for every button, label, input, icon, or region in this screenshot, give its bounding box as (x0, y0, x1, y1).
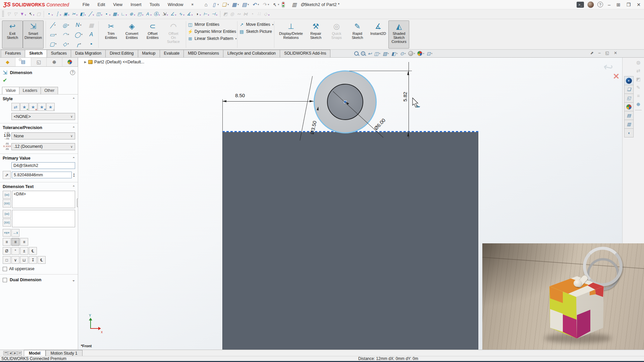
convert-entities-icon[interactable]: ◧ (79, 11, 87, 17)
divider[interactable] (44, 11, 44, 17)
ellipse-icon[interactable]: ◯ (72, 30, 85, 39)
close-icon[interactable]: ✕ (635, 2, 642, 7)
dual-dimension-checkbox[interactable] (3, 278, 7, 282)
trim-entities-button[interactable]: ✂ TrimEntities (101, 20, 121, 49)
pin-icon[interactable]: ✦ (190, 1, 196, 8)
smart-dimension-icon[interactable]: ⇲ (161, 11, 169, 17)
degree-symbol-button[interactable]: ° (11, 247, 19, 255)
panel-tab[interactable]: Value (2, 87, 19, 94)
rectangle-icon[interactable]: ▭ (47, 30, 59, 39)
command-tab[interactable]: Sketch (25, 50, 47, 57)
countersink-symbol-button[interactable]: ∨ (11, 256, 19, 264)
menu-item[interactable]: Insert (126, 1, 146, 8)
zoom-fit-icon[interactable] (354, 51, 359, 56)
collapse-chevron-icon[interactable]: ⌃ (72, 97, 75, 101)
dimxpert-manager-tab[interactable]: ⊕ (47, 58, 62, 66)
apply-scene-icon[interactable] (417, 51, 425, 56)
last-tab-icon[interactable]: ⏭ (17, 351, 22, 355)
expander-icon[interactable]: ▶ (84, 60, 87, 64)
dimension-text-input[interactable]: <DIM> (12, 191, 75, 208)
view-orientation-icon[interactable]: ▧ (382, 51, 390, 56)
centerline-icon[interactable]: ┆ (54, 11, 62, 17)
display-style-icon[interactable]: ◧ (391, 51, 398, 56)
data-icon[interactable]: ≡ (637, 93, 640, 99)
menu-item[interactable]: File (78, 1, 94, 8)
polyline-icon[interactable]: ∟ (120, 11, 128, 17)
origin-icon[interactable]: ⊕ (128, 11, 136, 17)
threedexperience-tab-icon[interactable]: ▸ (624, 76, 634, 85)
restore-icon[interactable]: ❐ (625, 2, 632, 7)
menu-item[interactable]: Edit (94, 1, 109, 8)
add-parenthesis-icon[interactable]: (xx) (3, 191, 11, 199)
offset-icon[interactable]: ◰ (137, 11, 144, 17)
section-view-icon[interactable]: ◑ (194, 11, 202, 17)
precision-dropdown[interactable]: .12 (Document)∨ (11, 143, 75, 150)
spline-icon[interactable]: ∿ (177, 11, 185, 17)
confirmation-corner-exit-icon[interactable]: ↪ (602, 59, 614, 74)
doc-restore-icon[interactable]: ◱ (605, 51, 609, 55)
doc-minimize-icon[interactable]: – (598, 51, 601, 55)
slot-icon[interactable]: ▢ (47, 39, 59, 49)
command-tab[interactable]: SOLIDWORKS Add-Ins (280, 50, 330, 57)
exit-sketch-button[interactable]: ↩ ExitSketch (2, 20, 23, 49)
tolerance-dropdown[interactable]: None∨ (11, 132, 75, 139)
spinner-down-icon[interactable]: ▼ (73, 175, 75, 177)
add-parenthesis-icon[interactable]: (xx) (3, 210, 11, 218)
sketch-pattern-icon[interactable]: ▦ (85, 20, 98, 30)
feature-manager-tab[interactable]: ◆ (0, 58, 15, 66)
revolve-icon[interactable]: ◎ (229, 11, 235, 17)
hide-show-items-icon[interactable]: ⊙ (399, 51, 406, 56)
slot-symbol-button[interactable]: ⊔ (20, 256, 28, 264)
all-uppercase-checkbox[interactable] (3, 267, 7, 271)
first-tab-icon[interactable]: ⏮ (3, 351, 8, 355)
design-library-tab-icon[interactable]: ▥ (624, 120, 634, 129)
repair-sketch-button[interactable]: ⚒ RepairSketch (305, 20, 326, 49)
ok-checkmark-button[interactable]: ✔ (3, 77, 7, 83)
panel-tab[interactable]: Leaders (19, 87, 41, 94)
spinner-up-icon[interactable]: ▲ (73, 173, 75, 175)
display-manager-tab[interactable] (62, 58, 78, 66)
justify-right-button[interactable]: ≡ (20, 238, 28, 246)
templates-tab-icon[interactable]: ◱ (624, 94, 634, 103)
new-document-icon[interactable]: ▯ (210, 1, 220, 8)
mirror-icon[interactable]: ◫ (95, 11, 103, 17)
command-tab[interactable]: Evaluate (160, 50, 184, 57)
note-icon[interactable]: Ⓐ (153, 11, 161, 17)
home-icon[interactable]: ⌂ (202, 1, 210, 8)
property-manager-tab[interactable]: ▤ (15, 58, 31, 66)
minimize-icon[interactable]: – (606, 2, 612, 7)
sweep-icon[interactable]: ∾ (236, 11, 242, 17)
command-tab[interactable]: MBD Dimensions (183, 50, 223, 57)
selection-filter-icon[interactable]: ▼ (19, 11, 27, 17)
extrude-boss-icon[interactable]: ◩ (222, 11, 228, 17)
square-symbol-button[interactable]: □ (3, 256, 11, 264)
depth-symbol-button[interactable]: ↧ (29, 256, 37, 264)
open-document-icon[interactable]: ❏ (220, 1, 230, 8)
section-view-icon[interactable]: ◫ (373, 51, 381, 56)
diameter-symbol-button[interactable]: Ø (3, 247, 11, 255)
span-displays-icon[interactable]: ⊞ (615, 2, 622, 7)
sketch-fillet-icon[interactable]: ╭ (72, 39, 85, 49)
justify-left-button[interactable]: ≡ (3, 238, 11, 246)
appearances-tab-icon[interactable] (624, 102, 634, 111)
mirror-entities-button[interactable]: ◫Mirror Entities (187, 21, 236, 28)
command-tab[interactable]: Features (1, 50, 25, 57)
select-arrow-icon[interactable]: ↖ (28, 11, 35, 17)
sketch-point-icon[interactable]: • (46, 11, 54, 17)
toolbar-grip[interactable] (2, 11, 4, 17)
dimension-value-8-50[interactable]: 8.50 (235, 93, 245, 98)
angle-dimension-icon[interactable]: ∠ (169, 11, 177, 17)
offset-on-surface-button[interactable]: ◠ OffsetOnSurface (163, 20, 184, 49)
sketch-line-icon[interactable]: ╱ (87, 11, 95, 17)
package-icon[interactable]: ◩ (636, 76, 640, 82)
command-tab[interactable]: Surfaces (47, 50, 71, 57)
fillet-icon[interactable]: ◔ (249, 11, 255, 17)
command-tab[interactable]: Markup (138, 50, 160, 57)
collapse-chevron-icon[interactable]: ⌃ (72, 157, 75, 160)
open-folder-tab-icon[interactable]: ❏ (624, 85, 634, 94)
rebuild-traffic-light-icon[interactable] (281, 1, 286, 8)
dimension-value-field[interactable]: 5.82048846mm (12, 172, 72, 178)
confirmation-corner-cancel-icon[interactable]: ✕ (613, 72, 620, 81)
instant2d-button[interactable]: ∡ Instant2D (368, 20, 388, 49)
quick-snaps-button[interactable]: ◎ QuickSnaps (326, 20, 347, 49)
